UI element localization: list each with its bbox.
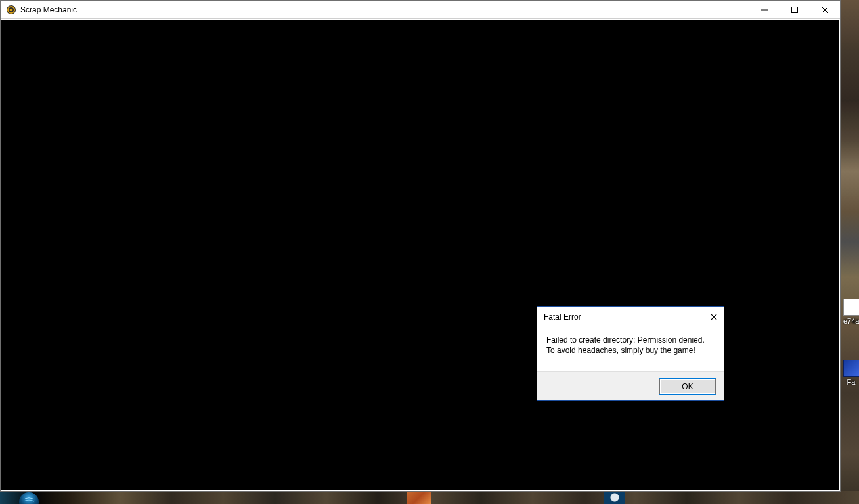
svg-point-3	[10, 8, 13, 11]
svg-rect-4	[792, 7, 798, 12]
desktop-wallpaper-right	[841, 0, 859, 504]
ok-button[interactable]: OK	[659, 379, 716, 394]
dialog-body: Failed to create directory: Permission d…	[537, 327, 724, 371]
dialog-title: Fatal Error	[544, 312, 704, 322]
app-window: Scrap Mechanic	[0, 0, 841, 492]
taskbar-orb-icon	[16, 491, 42, 504]
taskbar-chip-icon	[407, 491, 431, 504]
dialog-titlebar[interactable]: Fatal Error	[537, 307, 724, 327]
minimize-button[interactable]	[749, 1, 780, 19]
titlebar[interactable]: Scrap Mechanic	[1, 1, 840, 19]
close-button[interactable]	[810, 1, 840, 19]
dialog-message-line: Failed to create directory: Permission d…	[546, 335, 715, 345]
error-dialog: Fatal Error Failed to create directory: …	[537, 306, 724, 401]
taskbar-chip-icon	[604, 491, 625, 504]
app-client-area	[1, 20, 839, 490]
dialog-close-button[interactable]	[704, 307, 724, 327]
dialog-message-line: To avoid headaches, simply buy the game!	[546, 345, 715, 356]
app-icon	[6, 5, 16, 15]
dialog-button-bar: OK	[537, 371, 724, 400]
maximize-button[interactable]	[780, 1, 810, 19]
window-title: Scrap Mechanic	[20, 5, 77, 14]
